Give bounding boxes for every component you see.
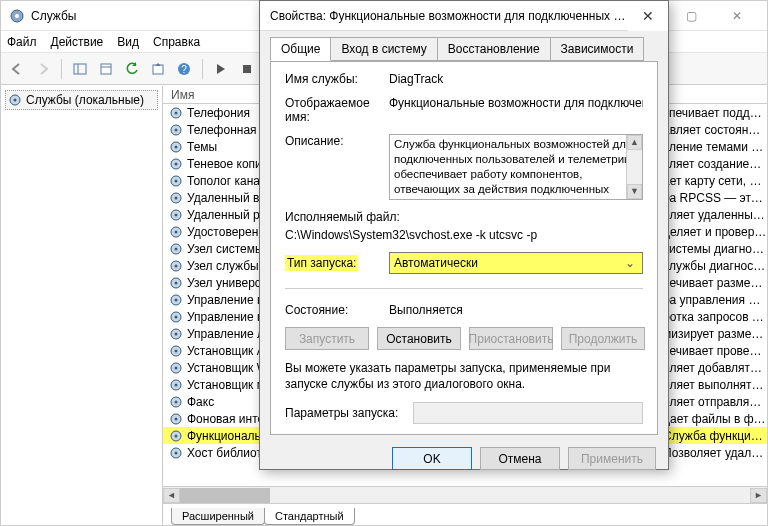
menu-file[interactable]: Файл <box>7 35 37 49</box>
service-desc-cell: ботка запросов … <box>657 310 767 324</box>
apply-button[interactable]: Применить <box>568 447 656 470</box>
services-app-icon <box>9 8 25 24</box>
scroll-left-button[interactable]: ◄ <box>163 488 180 503</box>
svg-point-33 <box>175 230 178 233</box>
svg-point-17 <box>14 99 17 102</box>
toolbar-export-button[interactable] <box>146 57 170 81</box>
toolbar-start-button[interactable] <box>209 57 233 81</box>
service-desc-cell: ает карту сети, … <box>657 174 767 188</box>
tree-root-item[interactable]: Службы (локальные) <box>5 90 158 110</box>
toolbar-back-button[interactable] <box>5 57 29 81</box>
svg-point-31 <box>175 213 178 216</box>
value-state: Выполняется <box>389 303 643 317</box>
svg-point-21 <box>175 128 178 131</box>
launch-params-note: Вы можете указать параметры запуска, при… <box>285 360 643 392</box>
value-service-name[interactable]: DiagTrack <box>389 72 443 86</box>
scroll-right-button[interactable]: ► <box>750 488 767 503</box>
close-button[interactable]: ✕ <box>714 1 759 31</box>
service-desc-cell: деляет и провер… <box>657 225 767 239</box>
dialog-titlebar[interactable]: Свойства: Функциональные возможности для… <box>260 1 668 31</box>
startup-type-value: Автоматически <box>394 256 622 270</box>
scroll-down-button[interactable]: ▼ <box>627 184 642 199</box>
svg-point-53 <box>175 400 178 403</box>
menu-help[interactable]: Справка <box>153 35 200 49</box>
ok-button[interactable]: OK <box>392 447 472 470</box>
toolbar-stop-button[interactable] <box>235 57 259 81</box>
tab-recovery[interactable]: Восстановление <box>437 37 551 61</box>
startup-type-combobox[interactable]: Автоматически ⌄ <box>389 252 643 274</box>
tab-general[interactable]: Общие <box>270 37 331 61</box>
service-desc-cell: авляет состояние … <box>657 123 767 137</box>
tab-general-page: Имя службы: DiagTrack Отображаемое имя: … <box>270 61 658 435</box>
tree-root-label: Службы (локальные) <box>26 93 144 107</box>
svg-point-37 <box>175 264 178 267</box>
label-state: Состояние: <box>285 303 381 317</box>
pause-button[interactable]: Приостановить <box>469 327 553 350</box>
label-launch-params: Параметры запуска: <box>285 406 405 420</box>
service-desc-cell: спечивает подде… <box>657 106 767 120</box>
scroll-thumb[interactable] <box>180 488 270 503</box>
svg-point-25 <box>175 162 178 165</box>
stop-button[interactable]: Остановить <box>377 327 461 350</box>
value-display-name: Функциональные возможности для подключен… <box>389 96 643 110</box>
svg-point-55 <box>175 417 178 420</box>
tree-panel: Службы (локальные) <box>1 86 163 525</box>
service-desc-cell: печивает размещ… <box>657 276 767 290</box>
start-button[interactable]: Запустить <box>285 327 369 350</box>
svg-point-57 <box>175 434 178 437</box>
service-desc-cell: службы диагност… <box>657 259 767 273</box>
description-scrollbar[interactable]: ▲ ▼ <box>626 135 642 199</box>
service-desc-cell: ба управления … <box>657 293 767 307</box>
main-title: Службы <box>31 9 76 23</box>
toolbar-properties-button[interactable] <box>94 57 118 81</box>
label-description: Описание: <box>285 134 381 148</box>
svg-rect-6 <box>153 65 163 74</box>
label-startup-type: Тип запуска: <box>285 255 358 271</box>
menu-view[interactable]: Вид <box>117 35 139 49</box>
maximize-button[interactable]: ▢ <box>669 1 714 31</box>
service-desc-cell: Позволяет удаленны… <box>657 446 767 460</box>
cancel-button[interactable]: Отмена <box>480 447 560 470</box>
service-desc-cell: оляет выполнят… <box>657 378 767 392</box>
svg-point-45 <box>175 332 178 335</box>
svg-point-29 <box>175 196 178 199</box>
chevron-down-icon: ⌄ <box>622 256 638 270</box>
svg-point-49 <box>175 366 178 369</box>
svg-point-47 <box>175 349 178 352</box>
svg-point-27 <box>175 179 178 182</box>
tab-standard[interactable]: Стандартный <box>264 508 355 525</box>
scroll-up-button[interactable]: ▲ <box>627 135 642 150</box>
service-desc-cell: дает файлы в ф… <box>657 412 767 426</box>
service-desc-cell: мизирует разме… <box>657 327 767 341</box>
toolbar-show-hide-button[interactable] <box>68 57 92 81</box>
service-desc-cell: ба RPCSS — это … <box>657 191 767 205</box>
service-properties-dialog: Свойства: Функциональные возможности для… <box>259 0 669 470</box>
value-exe: C:\Windows\System32\svchost.exe -k utcsv… <box>285 228 643 242</box>
tab-extended[interactable]: Расширенный <box>171 508 265 525</box>
svg-point-39 <box>175 281 178 284</box>
toolbar-forward-button[interactable] <box>31 57 55 81</box>
description-textbox[interactable]: Служба функциональных возможностей для п… <box>389 134 643 200</box>
service-desc-cell: вление темами … <box>657 140 767 154</box>
dialog-title: Свойства: Функциональные возможности для… <box>270 9 628 23</box>
label-display-name: Отображаемое имя: <box>285 96 381 124</box>
menu-action[interactable]: Действие <box>51 35 104 49</box>
dialog-tabs: Общие Вход в систему Восстановление Зави… <box>260 31 668 61</box>
svg-point-1 <box>15 14 19 18</box>
dialog-close-button[interactable]: ✕ <box>628 1 668 31</box>
tab-dependencies[interactable]: Зависимости <box>550 37 645 61</box>
svg-point-41 <box>175 298 178 301</box>
column-header-name[interactable]: Имя <box>171 88 194 102</box>
toolbar-help-button[interactable]: ? <box>172 57 196 81</box>
toolbar-refresh-button[interactable] <box>120 57 144 81</box>
svg-point-43 <box>175 315 178 318</box>
tab-logon[interactable]: Вход в систему <box>330 37 437 61</box>
svg-point-23 <box>175 145 178 148</box>
resume-button[interactable]: Продолжить <box>561 327 645 350</box>
dialog-footer: OK Отмена Применить <box>260 441 668 480</box>
service-desc-cell: оляет добавлять… <box>657 361 767 375</box>
launch-params-input[interactable] <box>413 402 643 424</box>
gear-icon <box>8 93 22 107</box>
horizontal-scrollbar[interactable]: ◄ ► <box>163 486 767 503</box>
service-desc-cell: вляет созданием… <box>657 157 767 171</box>
